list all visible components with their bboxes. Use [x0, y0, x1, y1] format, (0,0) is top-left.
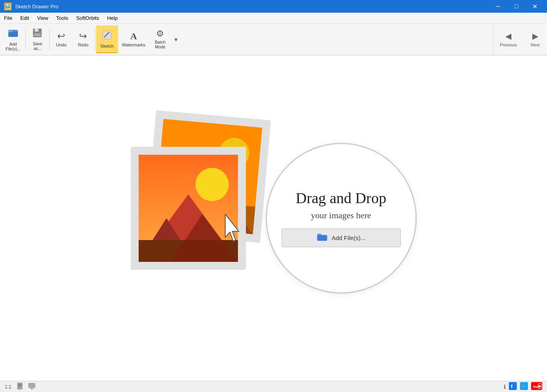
svg-text:▶: ▶: [539, 384, 541, 388]
svg-rect-1: [8, 31, 18, 37]
undo-button[interactable]: ↩ Undo: [50, 25, 72, 53]
minimize-button[interactable]: ─: [489, 0, 507, 13]
svg-rect-31: [509, 382, 517, 390]
sketch-button[interactable]: Sketch: [96, 25, 118, 53]
toolbar-expand-button[interactable]: ▾: [173, 24, 179, 55]
batch-mode-icon: ⚙: [156, 29, 164, 38]
watermarks-button[interactable]: A Watermarks: [118, 25, 149, 53]
separator-1: [25, 29, 26, 50]
menu-view[interactable]: View: [33, 13, 52, 23]
svg-rect-24: [17, 383, 22, 389]
save-icon: [32, 28, 43, 40]
add-files-button[interactable]: Add File(s)...: [2, 25, 25, 53]
drop-area[interactable]: Drag and Drop your images here Add File(…: [131, 115, 417, 321]
redo-icon: ↪: [79, 31, 87, 41]
undo-label: Undo: [56, 42, 66, 47]
separator-3: [95, 29, 95, 50]
svg-rect-30: [30, 389, 34, 389]
circle-overlay: Drag and Drop your images here Add File(…: [266, 143, 417, 294]
sketch-icon: [101, 29, 112, 42]
toolbar: Add File(s)... Save as... ↩ Undo ↪: [0, 24, 547, 56]
menu-help[interactable]: Help: [103, 13, 122, 23]
watermarks-icon: A: [130, 31, 137, 41]
svg-rect-27: [18, 386, 20, 387]
previous-arrow-icon: ◀: [505, 31, 511, 41]
redo-button[interactable]: ↪ Redo: [72, 25, 94, 53]
title-bar-controls: ─ □ ✕: [489, 0, 544, 13]
title-bar-left: 🖼️ Sketch Drawer Pro: [3, 2, 58, 11]
add-files-circle-label: Add File(s)...: [332, 234, 365, 241]
svg-rect-2: [8, 31, 12, 32]
facebook-icon: f: [509, 382, 517, 391]
folder-icon: [317, 233, 328, 243]
menu-softorbits[interactable]: SoftOrbits: [72, 13, 103, 23]
menu-edit[interactable]: Edit: [16, 13, 33, 23]
app-icon: 🖼️: [3, 2, 12, 11]
close-button[interactable]: ✕: [526, 0, 544, 13]
photo-front: [131, 147, 246, 270]
menu-file[interactable]: File: [0, 13, 16, 23]
svg-rect-28: [29, 383, 35, 388]
twitter-icon: 🐦: [520, 382, 528, 391]
batch-mode-label: Batch Mode: [155, 40, 166, 49]
menu-bar: File Edit View Tools SoftOrbits Help: [0, 13, 547, 24]
menu-tools[interactable]: Tools: [52, 13, 72, 23]
save-as-button[interactable]: Save as...: [27, 25, 48, 53]
toolbar-nav: ◀ Previous ▶ Next: [493, 24, 547, 55]
info-icon: ℹ: [504, 384, 506, 390]
svg-point-20: [195, 168, 229, 201]
next-arrow-icon: ▶: [532, 31, 538, 41]
app-title: Sketch Drawer Pro: [15, 4, 58, 10]
next-label: Next: [531, 42, 540, 47]
next-button[interactable]: ▶ Next: [523, 25, 547, 53]
svg-rect-29: [31, 388, 33, 389]
svg-text:🐦: 🐦: [521, 384, 527, 389]
cursor-illustration: [222, 214, 246, 246]
undo-icon: ↩: [57, 31, 65, 41]
svg-rect-25: [18, 384, 21, 385]
monitor-icon: [28, 382, 35, 391]
status-bar: 1:1 ℹ f �: [0, 381, 547, 392]
photo-stack: [131, 115, 278, 282]
zoom-level: 1:1: [5, 384, 12, 390]
redo-label: Redo: [78, 42, 88, 47]
separator-2: [49, 29, 50, 50]
svg-rect-5: [34, 33, 41, 37]
drag-drop-text: Drag and Drop your images here: [296, 189, 387, 221]
svg-marker-23: [225, 214, 239, 241]
previous-button[interactable]: ◀ Previous: [493, 25, 523, 53]
svg-text:f: f: [511, 383, 513, 389]
svg-rect-26: [18, 385, 21, 386]
sketch-label: Sketch: [101, 44, 114, 48]
toolbar-group-main: Add File(s)... Save as... ↩ Undo ↪: [0, 24, 173, 55]
maximize-button[interactable]: □: [507, 0, 526, 13]
status-right: ℹ f 🐦 You ▶: [504, 382, 542, 391]
save-as-label: Save as...: [33, 41, 42, 51]
previous-label: Previous: [500, 42, 517, 47]
add-files-label: Add File(s)...: [6, 42, 21, 51]
svg-rect-6: [36, 29, 37, 31]
add-files-icon: [8, 27, 19, 40]
status-left: 1:1: [5, 382, 35, 391]
page-status-icon: [16, 382, 23, 391]
batch-mode-button[interactable]: ⚙ Batch Mode: [149, 25, 171, 53]
main-content: Drag and Drop your images here Add File(…: [0, 56, 547, 381]
youtube-icon: You ▶: [531, 382, 542, 391]
title-bar: 🖼️ Sketch Drawer Pro ─ □ ✕: [0, 0, 547, 13]
add-files-circle-button[interactable]: Add File(s)...: [282, 229, 401, 247]
watermarks-label: Watermarks: [122, 42, 145, 47]
